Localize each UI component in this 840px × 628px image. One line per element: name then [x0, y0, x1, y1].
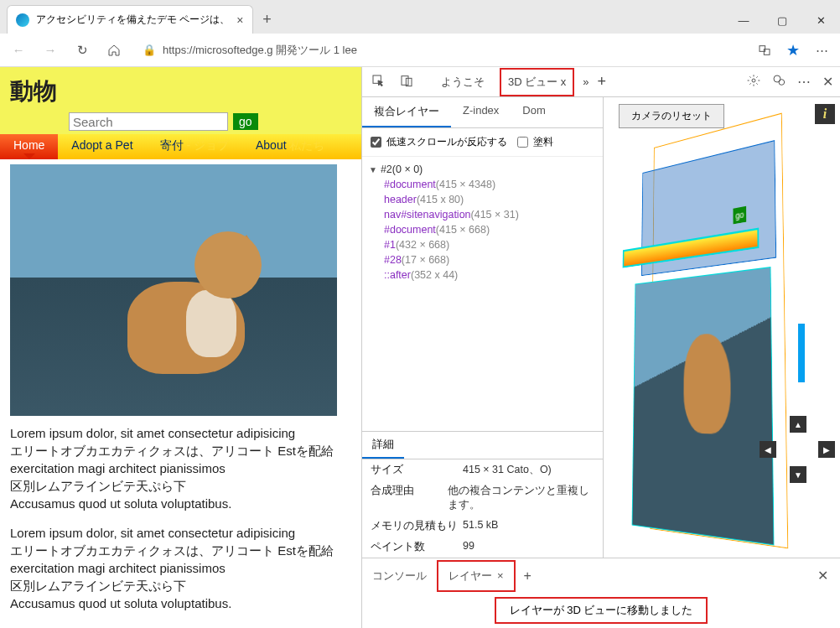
window-maximize-button[interactable]: ▢ — [763, 7, 801, 34]
window-titlebar: アクセシビリティを備えたデモ ページは、 × + — ▢ ✕ — [0, 0, 840, 34]
pan-right-button[interactable]: ▶ — [818, 441, 835, 458]
devtools-panel: ようこそ 3D ビュー x » + ⋯ ✕ 複合レイヤー Z-ind — [362, 67, 840, 628]
home-icon — [107, 44, 121, 57]
tree-item[interactable]: #document(415 × 668) — [366, 222, 599, 237]
nav-item-adopt[interactable]: Adopt a Pet — [58, 134, 146, 159]
3d-layer[interactable] — [632, 267, 775, 546]
page-viewport: 動物 go Home Adopt a Pet 寄付 - ジョブ About 私た… — [0, 67, 362, 628]
tabs-overflow-icon[interactable]: » — [583, 75, 589, 88]
devtools-sidebar: 複合レイヤー Z-index Dom 低速スクロールが反応する 塗料 ▼#2(0… — [362, 97, 604, 558]
cat-illustration — [111, 206, 270, 382]
tree-item[interactable]: ::after(352 x 44) — [366, 267, 599, 283]
devtools-drawer: コンソール レイヤー × + ✕ — [362, 558, 840, 593]
drawer-tab-console[interactable]: コンソール — [362, 562, 437, 590]
window-minimize-button[interactable]: — — [724, 7, 763, 34]
tab-title: アクセシビリティを備えたデモ ページは、 — [36, 13, 230, 27]
tab-3dview[interactable]: 3D ビュー x — [500, 68, 574, 96]
pan-down-button[interactable]: ▼ — [790, 466, 806, 483]
drawer-close-button[interactable]: ✕ — [806, 568, 840, 584]
drawer-tab-layers[interactable]: レイヤー × — [437, 560, 516, 592]
favorite-star-icon[interactable]: ★ — [786, 41, 800, 60]
svg-rect-3 — [402, 76, 408, 86]
browser-toolbar: ← → ↻ 🔒 https://microsoftedge.g 開発ツール 1 … — [0, 34, 840, 67]
translate-icon[interactable] — [754, 40, 775, 60]
toast-message: レイヤーが 3D ビューに移動しました — [495, 597, 708, 624]
page-title: 動物 — [10, 75, 351, 107]
window-controls: — ▢ ✕ — [724, 7, 840, 34]
tree-item[interactable]: #1(432 × 668) — [366, 237, 599, 252]
svg-point-5 — [752, 79, 755, 82]
reset-camera-button[interactable]: カメラのリセット — [619, 104, 724, 128]
drawer-add-tab[interactable]: + — [516, 568, 540, 584]
padlock-icon: 🔒 — [143, 44, 156, 56]
options-row: 低速スクロールが反応する 塗料 — [362, 128, 603, 157]
tree-root[interactable]: ▼#2(0 × 0) — [366, 162, 599, 177]
devtools-close-icon[interactable]: ✕ — [822, 74, 833, 90]
edge-favicon — [16, 13, 29, 27]
reload-button[interactable]: ↻ — [72, 40, 92, 60]
search-input[interactable] — [69, 112, 228, 131]
hero-image — [10, 164, 337, 416]
page-body: Lorem ipsum dolor, sit amet consectetur … — [0, 159, 361, 628]
home-button[interactable] — [104, 40, 124, 60]
tab-close-icon[interactable]: × — [236, 13, 243, 27]
site-nav: Home Adopt a Pet 寄付 - ジョブ About 私たち — [0, 134, 361, 159]
window-close-button[interactable]: ✕ — [801, 7, 840, 34]
browser-tab[interactable]: アクセシビリティを備えたデモ ページは、 × — [7, 5, 253, 34]
nav-back-button[interactable]: ← — [8, 40, 29, 60]
layer-tree[interactable]: ▼#2(0 × 0) #document(415 × 4348) header(… — [362, 157, 603, 431]
device-emulation-icon[interactable] — [397, 74, 416, 90]
tree-item[interactable]: #28(17 × 668) — [366, 252, 599, 267]
tab-welcome[interactable]: ようこそ — [434, 70, 491, 95]
3d-scroll-indicator — [798, 324, 805, 382]
toast-row: レイヤーが 3D ビューに移動しました — [362, 593, 840, 628]
close-icon[interactable]: × — [497, 569, 504, 582]
subtab-dom[interactable]: Dom — [511, 97, 557, 127]
feedback-icon[interactable] — [772, 74, 786, 91]
tree-item[interactable]: #document(415 × 4348) — [366, 177, 599, 192]
svg-point-7 — [779, 79, 785, 85]
3d-layer[interactable]: go — [733, 206, 746, 225]
nav-item-home[interactable]: Home — [0, 134, 58, 159]
nav-forward-button[interactable]: → — [40, 40, 60, 60]
pan-left-button[interactable]: ◀ — [760, 441, 776, 458]
devtools-menu-icon[interactable]: ⋯ — [797, 74, 811, 90]
subtab-zindex[interactable]: Z-index — [451, 97, 511, 127]
paint-checkbox[interactable] — [517, 137, 528, 148]
subtabs: 複合レイヤー Z-index Dom — [362, 97, 603, 128]
tree-item[interactable]: nav#sitenavigation(415 × 31) — [366, 207, 599, 222]
address-bar[interactable]: 🔒 https://microsoftedge.g 開発ツール 1 lee — [136, 39, 736, 61]
url-text: https://microsoftedge.g 開発ツール 1 lee — [163, 43, 357, 58]
subtab-composite[interactable]: 複合レイヤー — [362, 97, 451, 127]
paragraph-3: Lorem ipsum dolor, sit amet consectetur … — [10, 624, 351, 628]
page-header: 動物 go — [0, 67, 361, 134]
nav-item-about[interactable]: About 私たち — [242, 134, 338, 159]
info-icon[interactable]: i — [815, 104, 835, 124]
search-go-button[interactable]: go — [233, 113, 258, 130]
3d-view-canvas[interactable]: カメラのリセット i go ▲ ◀ ▶ ▼ — [604, 97, 840, 558]
paragraph-1: Lorem ipsum dolor, sit amet consectetur … — [10, 424, 351, 512]
browser-menu-button[interactable]: ⋯ — [811, 40, 832, 60]
paint-label: 塗料 — [533, 135, 553, 149]
slow-scroll-checkbox[interactable] — [371, 137, 381, 148]
3d-scene: go — [629, 148, 823, 507]
add-tab-button[interactable]: + — [598, 73, 607, 91]
slow-scroll-label: 低速スクロールが反応する — [386, 135, 507, 149]
pan-up-button[interactable]: ▲ — [790, 416, 806, 433]
tree-item[interactable]: header(415 x 80) — [366, 192, 599, 207]
details-tab[interactable]: 詳細 — [362, 432, 404, 459]
paragraph-2: Lorem ipsum dolor, sit amet consectetur … — [10, 524, 351, 612]
layer-details: 詳細 サイズ415 × 31 Cato、O) 合成理由他の複合コンテンツと重複し… — [362, 431, 603, 558]
inspect-element-icon[interactable] — [369, 74, 387, 90]
settings-gear-icon[interactable] — [747, 74, 760, 91]
new-tab-button[interactable]: + — [253, 5, 282, 34]
devtools-header: ようこそ 3D ビュー x » + ⋯ ✕ — [362, 67, 840, 97]
nav-item-donate[interactable]: 寄付 - ジョブ — [147, 134, 242, 159]
svg-point-6 — [774, 75, 780, 82]
